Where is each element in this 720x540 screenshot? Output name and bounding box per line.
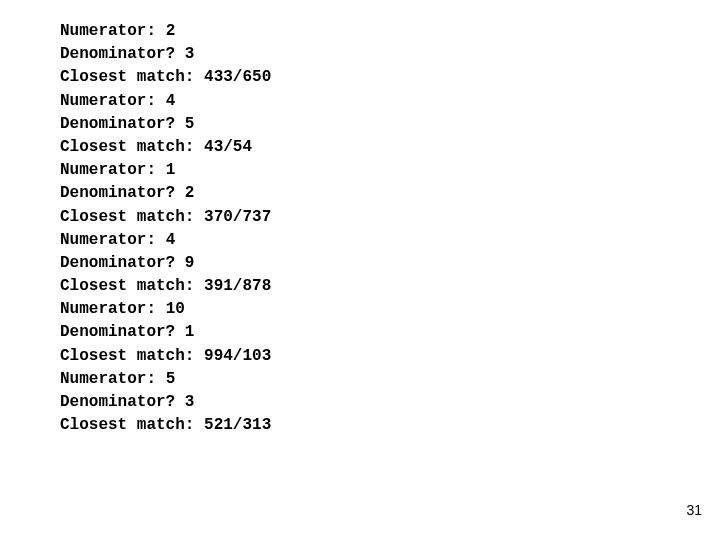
numerator-value: 2 (166, 22, 176, 40)
denominator-label: Denominator? (60, 393, 185, 411)
output-line: Numerator: 2 (60, 20, 720, 43)
output-line: Denominator? 1 (60, 321, 720, 344)
denominator-value: 5 (185, 115, 195, 133)
match-value: 433/650 (204, 68, 271, 86)
match-label: Closest match: (60, 208, 204, 226)
output-line: Denominator? 5 (60, 113, 720, 136)
denominator-label: Denominator? (60, 45, 185, 63)
denominator-label: Denominator? (60, 323, 185, 341)
denominator-label: Denominator? (60, 115, 185, 133)
denominator-value: 1 (185, 323, 195, 341)
denominator-value: 2 (185, 184, 195, 202)
match-label: Closest match: (60, 138, 204, 156)
match-value: 391/878 (204, 277, 271, 295)
output-line: Closest match: 43/54 (60, 136, 720, 159)
denominator-label: Denominator? (60, 254, 185, 272)
output-line: Closest match: 521/313 (60, 414, 720, 437)
numerator-value: 1 (166, 161, 176, 179)
denominator-label: Denominator? (60, 184, 185, 202)
match-value: 994/103 (204, 347, 271, 365)
output-line: Numerator: 4 (60, 229, 720, 252)
denominator-value: 3 (185, 393, 195, 411)
match-label: Closest match: (60, 416, 204, 434)
denominator-value: 3 (185, 45, 195, 63)
match-value: 370/737 (204, 208, 271, 226)
output-line: Closest match: 994/103 (60, 345, 720, 368)
numerator-label: Numerator: (60, 231, 166, 249)
match-value: 43/54 (204, 138, 252, 156)
numerator-value: 10 (166, 300, 185, 318)
output-line: Denominator? 2 (60, 182, 720, 205)
output-line: Closest match: 370/737 (60, 206, 720, 229)
numerator-label: Numerator: (60, 300, 166, 318)
match-label: Closest match: (60, 68, 204, 86)
output-line: Numerator: 4 (60, 90, 720, 113)
output-line: Denominator? 3 (60, 391, 720, 414)
output-line: Denominator? 3 (60, 43, 720, 66)
output-line: Numerator: 10 (60, 298, 720, 321)
page-number: 31 (686, 500, 702, 520)
numerator-label: Numerator: (60, 161, 166, 179)
denominator-value: 9 (185, 254, 195, 272)
output-line: Numerator: 5 (60, 368, 720, 391)
output-line: Closest match: 391/878 (60, 275, 720, 298)
numerator-label: Numerator: (60, 22, 166, 40)
program-output: Numerator: 2 Denominator? 3 Closest matc… (0, 0, 720, 437)
match-label: Closest match: (60, 347, 204, 365)
numerator-label: Numerator: (60, 92, 166, 110)
numerator-label: Numerator: (60, 370, 166, 388)
match-value: 521/313 (204, 416, 271, 434)
match-label: Closest match: (60, 277, 204, 295)
output-line: Denominator? 9 (60, 252, 720, 275)
numerator-value: 4 (166, 92, 176, 110)
numerator-value: 5 (166, 370, 176, 388)
numerator-value: 4 (166, 231, 176, 249)
output-line: Numerator: 1 (60, 159, 720, 182)
output-line: Closest match: 433/650 (60, 66, 720, 89)
